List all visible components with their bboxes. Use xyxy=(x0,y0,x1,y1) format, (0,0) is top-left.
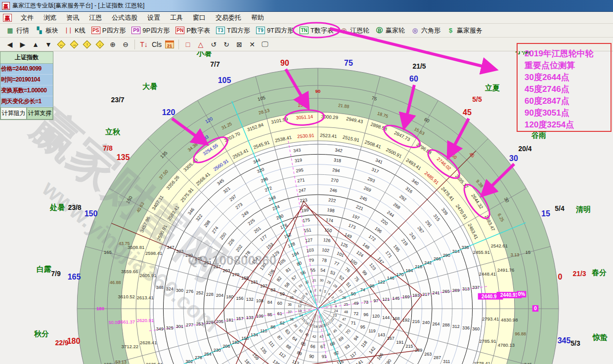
spiral-number: 191 xyxy=(396,340,404,345)
diamond-up-icon[interactable]: ↑ xyxy=(81,39,93,50)
menu-item-0[interactable]: 文件 xyxy=(16,12,39,23)
menu-item-8[interactable]: 交易委托 xyxy=(211,12,246,23)
percent-label: 53.13 xyxy=(115,360,127,364)
spiral-number: 62 xyxy=(280,321,285,325)
up-arrow-icon[interactable]: ▲ xyxy=(30,39,42,50)
spiral-number: 229 xyxy=(206,320,214,325)
toolbar-button-板块[interactable]: ▚板块 xyxy=(32,25,61,36)
toolbar-button-T四方形[interactable]: T3T四方形 xyxy=(213,25,253,36)
toolbar-button-9T四方形[interactable]: T99T四方形 xyxy=(253,25,297,36)
square-tool-icon[interactable]: □ xyxy=(182,39,194,50)
toolbar-button-K线[interactable]: ᛁᛁK线 xyxy=(61,25,88,36)
toolbar-button-label: 行情 xyxy=(16,26,29,35)
spiral-number: 110 xyxy=(260,328,267,333)
toolbar-button-T数字表[interactable]: TNT数字表 xyxy=(297,25,337,36)
annotation-line-6: 120度3254点 xyxy=(525,119,611,131)
date-label: 20/4 xyxy=(518,145,531,153)
spiral-number: 107 xyxy=(260,283,267,288)
menu-item-3[interactable]: 江恩 xyxy=(84,12,107,23)
diamond-left-icon: ← xyxy=(57,40,66,48)
spiral-number: 43 xyxy=(319,334,324,338)
diamond-down-icon: ↓ xyxy=(96,40,104,48)
diamond-right-icon[interactable]: → xyxy=(68,39,80,50)
menu-item-9[interactable]: 帮助 xyxy=(246,12,269,23)
down-arrow-icon[interactable]: ▼ xyxy=(43,39,54,50)
blocks-icon: ▚ xyxy=(35,27,44,34)
badge-icon: PS xyxy=(91,27,100,34)
menu-item-6[interactable]: 工具 xyxy=(165,12,188,23)
prev-icon[interactable]: ◀ xyxy=(4,39,16,50)
annotation-line-2: 30度2644点 xyxy=(525,72,611,83)
toolbar-button-赢家轮[interactable]: Ⓑ赢家轮 xyxy=(372,25,408,36)
next-icon[interactable]: ▶ xyxy=(17,39,29,50)
spiral-number: 276 xyxy=(186,289,193,294)
zoom-in-icon[interactable]: ⊕ xyxy=(107,39,119,50)
outer-degree-label: 150 xyxy=(85,209,98,218)
spiral-number: 242 xyxy=(424,260,432,265)
application-window: { "window": { "title": "赢家江恩专业版[赢家服务平台] … xyxy=(0,0,613,364)
spiral-number: 66 xyxy=(310,344,315,349)
season-label-春分: 春分 xyxy=(592,268,607,278)
toolbar-button-六角形[interactable]: ◎六角形 xyxy=(408,25,443,36)
toolbar-button-行情[interactable]: ▦行情 xyxy=(3,25,32,36)
spiral-number: 120 xyxy=(372,314,380,319)
rotate-cw-icon[interactable]: ↻ xyxy=(220,39,232,50)
cls-button[interactable]: Cls xyxy=(151,39,163,50)
menu-item-4[interactable]: 公式选股 xyxy=(107,12,142,23)
calc-resistance-button[interactable]: 计算阻力 xyxy=(0,107,27,120)
menu-item-7[interactable]: 窗口 xyxy=(188,12,211,23)
spiral-number: 83 xyxy=(270,287,275,292)
spiral-number: 122 xyxy=(378,280,385,284)
gann-wheel-icon: ◎ xyxy=(340,27,348,34)
spiral-number: 199 xyxy=(301,207,309,213)
triangle-tool-icon[interactable]: △ xyxy=(195,39,207,50)
spiral-number: 222 xyxy=(328,198,336,203)
spiral-number: 348 xyxy=(156,285,164,290)
spiral-number: 192 xyxy=(402,318,410,323)
spiral-number: 198 xyxy=(327,207,335,213)
annotation-line-0: 2019年江恩轮中轮 xyxy=(525,48,611,60)
arrow-glyph: ↓ xyxy=(99,42,101,47)
diamond-down-icon[interactable]: ↓ xyxy=(94,39,106,50)
arrow-glyph: ↑ xyxy=(86,42,88,47)
dollar-icon: $ xyxy=(446,27,455,34)
spiral-number: 35 xyxy=(290,296,294,299)
cross-arrows-icon[interactable]: ✕ xyxy=(246,39,258,50)
menu-item-5[interactable]: 设置 xyxy=(142,12,165,23)
spiral-number: 146 xyxy=(387,276,394,281)
badge-icon: T3 xyxy=(216,27,225,34)
diamond-left-icon[interactable]: ← xyxy=(55,39,67,50)
spiral-number: 73 xyxy=(363,300,368,305)
toolbar-button-赢家服务[interactable]: $赢家服务 xyxy=(443,25,485,36)
screen-icon[interactable]: 🖵 xyxy=(259,39,271,50)
date-label: 21/5 xyxy=(412,62,426,70)
toolbar-button-label: P数字表 xyxy=(186,26,210,35)
quote-symbol: 上证指数 xyxy=(0,52,53,64)
toolbar-button-P四方形[interactable]: PSP四方形 xyxy=(88,25,129,36)
spiral-number: 74 xyxy=(360,287,365,292)
toolbar-button-江恩轮[interactable]: ◎江恩轮 xyxy=(337,25,372,36)
spiral-number: 323 xyxy=(176,249,183,254)
spiral-number: 54 xyxy=(320,268,326,273)
spiral-number: 215 xyxy=(405,344,413,349)
menu-item-1[interactable]: 浏览 xyxy=(39,12,61,23)
percent-zero: 0% xyxy=(518,291,525,297)
rotate-ccw-icon[interactable]: ↺ xyxy=(208,39,219,50)
spiral-number: 336 xyxy=(462,325,470,330)
zoom-out-icon[interactable]: ⊖ xyxy=(120,39,131,50)
spiral-number: 97 xyxy=(374,298,379,303)
menu-item-2[interactable]: 资讯 xyxy=(61,12,84,23)
season-label-处暑: 处暑 xyxy=(50,203,65,212)
toolbar-button-label: 9T四方形 xyxy=(267,26,294,35)
vline-icon[interactable]: T↓ xyxy=(138,39,150,50)
toolbar-button-P数字表[interactable]: PNP数字表 xyxy=(173,25,213,36)
calendar-icon[interactable]: 21 xyxy=(164,39,175,50)
spiral-number: 109 xyxy=(256,314,263,319)
toolbar-button-label: 9P四方形 xyxy=(142,26,170,35)
calc-support-button[interactable]: 计算支撑 xyxy=(27,107,53,120)
date-label: 23/8 xyxy=(68,203,81,211)
toolbar-button-9P四方形[interactable]: P99P四方形 xyxy=(129,25,173,36)
box-x-icon[interactable]: ⊠ xyxy=(233,39,245,50)
inner-price-label: 2613.41 xyxy=(136,295,153,300)
spiral-number: 324 xyxy=(166,286,174,291)
